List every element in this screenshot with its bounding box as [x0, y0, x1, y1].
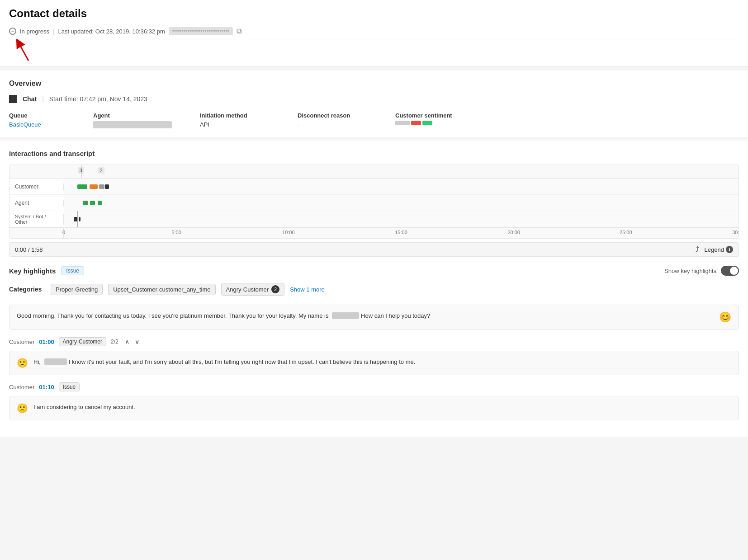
tick-500: 5:00 [171, 230, 181, 235]
msg2-category[interactable]: Issue [59, 382, 80, 391]
interactions-title: Interactions and transcript [9, 150, 739, 157]
key-highlights-section: Key highlights Issue Show key highlights… [9, 266, 739, 296]
tick-2000: 20:00 [507, 230, 520, 235]
overview-panel: Overview Chat | Start time: 07:42 pm, No… [0, 71, 748, 137]
message-block-2: 🙁 I am considering to cancel my account. [9, 396, 739, 420]
message-block-0: Good morning. Thank you for contacting u… [9, 305, 739, 330]
bar-customer-gray1 [99, 184, 104, 189]
msg1-arrow-up[interactable]: ∧ [123, 337, 131, 346]
tick-0: 0 [62, 230, 65, 235]
tick-1000: 10:00 [282, 230, 295, 235]
category-tag-2-label: Angry-Customer [226, 286, 269, 293]
overview-title: Overview [9, 80, 739, 88]
message-meta-1: Customer 01:00 Angry-Customer 2/2 ∧ ∨ [9, 337, 739, 346]
timeline-row-customer: Customer [9, 179, 739, 195]
status-bar: In progress | Last updated: Oct 28, 2019… [9, 24, 739, 39]
upset-icon-1: 🙁 [17, 358, 28, 368]
page-title: Contact details [9, 7, 739, 20]
upset-icon-2: 🙁 [17, 403, 28, 414]
msg1-category[interactable]: Angry-Customer [59, 337, 106, 346]
category-tag-1[interactable]: Upset_Customer-customer_any_time [108, 284, 215, 295]
initiation-label: Initiation method [200, 112, 290, 119]
msg0-end: How can I help you today? [361, 312, 430, 319]
row-label-system: System / Bot /Other [9, 214, 64, 225]
agent-item: Agent ████████████ [93, 112, 193, 128]
sentiment-seg-gray [395, 121, 410, 125]
last-updated: Last updated: Oct 28, 2019, 10:36:32 pm [58, 28, 165, 35]
msg1-start: Hi, [33, 358, 41, 365]
details-grid: Queue BasicQueue Agent ████████████ Init… [9, 112, 739, 128]
page-container: Contact details In progress | Last updat… [0, 0, 748, 560]
chat-label: Chat [23, 95, 37, 103]
queue-value[interactable]: BasicQueue [9, 121, 41, 128]
sentiment-seg-red [411, 121, 421, 125]
legend-label: Legend [705, 246, 724, 253]
categories-label: Categories [9, 286, 45, 293]
status-label: In progress [20, 28, 49, 35]
legend-info-icon: ℹ [726, 246, 733, 253]
categories-row: Categories Proper-Greeting Upset_Custome… [9, 283, 739, 296]
timeline-container: 3 2 Customer Agent [9, 165, 739, 239]
row-label-agent: Agent [9, 200, 64, 206]
disconnect-label: Disconnect reason [298, 112, 388, 119]
start-time: Start time: 07:42 pm, Nov 14, 2023 [49, 95, 147, 103]
category-tag-0[interactable]: Proper-Greeting [51, 284, 103, 295]
row-label-customer: Customer [9, 184, 64, 190]
red-arrow-icon [14, 39, 33, 62]
tick-1500: 15:00 [395, 230, 407, 235]
msg1-speaker: Customer [9, 339, 34, 345]
show-highlights-label: Show key highlights [664, 268, 716, 274]
chat-row: Chat | Start time: 07:42 pm, Nov 14, 202… [9, 95, 739, 103]
category-tag-2-count: 2 [271, 285, 279, 293]
timeline-vline [77, 211, 78, 227]
message-block-1: 🙁 Hi, I know it's not your fault, and I'… [9, 351, 739, 375]
sentiment-label: Customer sentiment [395, 112, 739, 119]
sentiment-item: Customer sentiment [395, 112, 739, 128]
row-track-customer [64, 179, 739, 194]
toggle-thumb [730, 267, 738, 275]
msg1-name [44, 358, 67, 365]
bar-system-dark1 [74, 217, 77, 221]
playback-actions: ⤴ Legend ℹ [696, 245, 733, 254]
tick-3000: 30:00 [732, 230, 739, 235]
row-track-system [64, 211, 739, 227]
msg1-arrow-down[interactable]: ∨ [133, 337, 141, 346]
highlights-right: Show key highlights [664, 266, 739, 276]
initiation-item: Initiation method API [200, 112, 290, 128]
message-text-2: I am considering to cancel my account. [33, 403, 135, 412]
share-icon[interactable]: ⤴ [696, 245, 699, 254]
arrow-annotation [9, 39, 739, 66]
msg1-end: I know it's not your fault, and I'm sorr… [69, 358, 416, 365]
agent-label: Agent [93, 112, 193, 119]
show-more-link[interactable]: Show 1 more [290, 286, 325, 293]
bar-agent-green3 [98, 201, 102, 205]
time-axis-spacer [9, 228, 64, 238]
bar-customer-orange [90, 184, 98, 189]
bar-system-dark2 [79, 217, 80, 221]
highlights-left: Key highlights Issue [9, 266, 84, 275]
msg0-start: Good morning. Thank you for contacting u… [17, 312, 328, 319]
show-highlights-toggle[interactable] [721, 266, 739, 276]
category-tag-2[interactable]: Angry-Customer 2 [221, 283, 285, 296]
legend-button[interactable]: Legend ℹ [705, 246, 733, 253]
time-axis-labels: 0 5:00 10:00 15:00 20:00 25:00 30:00 [64, 228, 739, 238]
queue-item: Queue BasicQueue [9, 112, 86, 128]
msg2-time: 01:10 [39, 384, 54, 391]
message-text-1: Hi, I know it's not your fault, and I'm … [33, 358, 415, 367]
chat-icon [9, 95, 17, 103]
contact-id: •••••••••••••••••••••••••••••• [169, 27, 233, 35]
msg1-nav-arrows: ∧ ∨ [123, 337, 141, 346]
copy-icon[interactable]: ⧉ [237, 27, 241, 35]
initiation-value: API [200, 121, 209, 128]
bar-customer-dark [105, 184, 109, 189]
agent-value: ████████████ [93, 121, 172, 128]
bar-agent-green2 [90, 201, 95, 205]
msg0-emoji: 😊 [719, 311, 731, 323]
pin-2: 2 [98, 167, 104, 174]
issue-tag[interactable]: Issue [61, 266, 84, 275]
in-progress-icon [9, 28, 16, 35]
status-divider: | [53, 28, 54, 35]
tick-2500: 25:00 [620, 230, 632, 235]
msg1-count: 2/2 [111, 339, 118, 345]
timeline-row-system: System / Bot /Other [9, 211, 739, 227]
